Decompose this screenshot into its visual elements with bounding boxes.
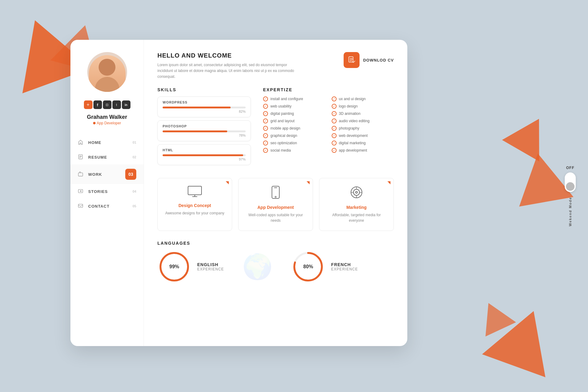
english-sub: EXPERIENCE (197, 267, 224, 271)
exp-label: digital painting (270, 111, 294, 116)
expertize-item: mobile app design (263, 126, 326, 131)
expertize-col2: ux and ui design logo design 3D animatio… (332, 96, 394, 155)
expertize-item: web development (332, 133, 394, 138)
exp-check-icon (263, 141, 268, 145)
skill-bar-fill (163, 107, 231, 108)
english-percent: 99% (169, 264, 179, 270)
toggle-switch[interactable] (565, 172, 576, 192)
cv-text: DOWNLOD CV (363, 58, 394, 62)
languages-row: 99% ENGLISH EXPERIENCE 🌍 8 (157, 250, 394, 284)
french-name: FRENCH (331, 262, 358, 267)
work-label: WORK (88, 172, 125, 177)
sidebar-item-home[interactable]: HOME 01 (70, 135, 144, 150)
sidebar-item-contact[interactable]: CONTACT 05 (70, 199, 144, 213)
expertize-item: ux and ui design (332, 96, 394, 101)
expertize-item: app development (332, 148, 394, 153)
exp-label: logo design (339, 104, 358, 108)
exp-label: graphical design (270, 134, 297, 138)
service-corner-2 (307, 181, 310, 184)
skill-bar-fill (163, 154, 243, 156)
expertize-item: audio video editing (332, 119, 394, 123)
skill-bar-bg (163, 154, 246, 156)
language-english: 99% ENGLISH EXPERIENCE (157, 250, 224, 284)
exp-check-icon (263, 126, 268, 131)
instagram-icon[interactable]: ⊡ (103, 100, 111, 109)
cv-icon (344, 52, 360, 68)
skill-bar-fill (163, 130, 227, 132)
welcome-text-block: HELLO AND WELCOME Lorem ipsum dolor sit … (157, 52, 295, 80)
skill-item: PHOTOSHOP 78% (157, 120, 251, 141)
skill-item: WORDPRESS 82% (157, 96, 251, 117)
sidebar-item-resume[interactable]: RESUME 02 (70, 150, 144, 164)
marketing-title: Marketing (326, 205, 387, 210)
exp-check-icon (332, 126, 337, 131)
sidebar-item-work[interactable]: WORK 03 (70, 164, 144, 184)
resume-icon (78, 154, 84, 160)
twitter-icon[interactable]: t (112, 100, 121, 109)
person-head (99, 59, 115, 76)
facebook-icon[interactable]: f (93, 100, 102, 109)
welcome-text: Lorem ipsum dolor sit amet, consectetur … (157, 62, 295, 80)
expertize-item: logo design (332, 104, 394, 109)
person-body (95, 77, 119, 92)
app-desc: Well-coded apps suitable for your needs (245, 212, 307, 223)
exp-label: web development (339, 134, 368, 138)
exp-label: photography (339, 126, 360, 130)
service-app: App Development Well-coded apps suitable… (238, 178, 313, 231)
download-cv-button[interactable]: DOWNLOD CV (344, 52, 394, 68)
app-title: App Development (245, 205, 307, 210)
work-icon (78, 171, 84, 177)
expertize-item: 3D animation (332, 111, 394, 116)
skill-percent: 78% (163, 134, 246, 137)
toggle-knob (566, 182, 575, 191)
weekend-mode-toggle[interactable]: OFF Wekend Mode (565, 166, 576, 226)
social-add-button[interactable]: + (84, 100, 92, 109)
exp-label: web usability (270, 104, 292, 108)
main-card: + f ⊡ t in Graham Walker App Developer H… (70, 40, 407, 346)
languages-section: LANGUAGES 99% ENGLISH EXPERIENCE (157, 241, 394, 284)
french-percent: 80% (303, 264, 313, 270)
service-marketing: Marketing Affordable, targeted media for… (319, 178, 394, 231)
avatar-wrapper (86, 52, 129, 95)
deco-triangle-3 (502, 108, 557, 161)
skills-list: WORDPRESS 82% PHOTOSHOP 78% HTML 97% (157, 96, 251, 165)
sidebar: + f ⊡ t in Graham Walker App Developer H… (70, 40, 144, 346)
skill-percent: 97% (163, 157, 246, 161)
sidebar-item-stories[interactable]: STORIES 04 (70, 184, 144, 199)
exp-check-icon (263, 133, 268, 138)
expertize-item: digital marketing (332, 141, 394, 145)
expertize-section: EXPERTIZE install and configure web usab… (263, 87, 394, 168)
exp-check-icon (263, 119, 268, 123)
linkedin-icon[interactable]: in (122, 100, 130, 109)
expertize-item: seo optimization (263, 141, 326, 145)
resume-label: RESUME (88, 155, 133, 160)
toggle-off-label: OFF (566, 166, 575, 170)
nav-menu: HOME 01 RESUME 02 (70, 135, 144, 213)
exp-check-icon (263, 96, 268, 101)
skill-bar-bg (163, 130, 246, 132)
work-badge: 03 (125, 169, 136, 180)
expertize-col1: install and configure web usability digi… (263, 96, 326, 155)
mobile-icon (245, 186, 307, 202)
english-info: ENGLISH EXPERIENCE (197, 262, 224, 271)
expertize-item: graphical design (263, 133, 326, 138)
expertize-item: web usability (263, 104, 326, 109)
svg-rect-4 (78, 173, 83, 176)
main-content: HELLO AND WELCOME Lorem ipsum dolor sit … (144, 40, 407, 346)
design-desc: Awesome designs for your company (164, 210, 226, 216)
home-number: 01 (133, 141, 136, 144)
language-french: 80% FRENCH EXPERIENCE (291, 250, 358, 284)
languages-title: LANGUAGES (157, 241, 394, 246)
skills-title: SKILLS (157, 87, 251, 92)
svg-point-11 (275, 196, 276, 198)
expertize-item: grid and layout (263, 119, 326, 123)
resume-number: 02 (133, 155, 136, 159)
toggle-mode-label: Wekend Mode (568, 197, 572, 226)
design-title: Design Concept (164, 203, 226, 208)
exp-label: social media (270, 148, 291, 153)
french-chart: 80% (291, 250, 325, 284)
home-label: HOME (88, 140, 133, 145)
skills-section: SKILLS WORDPRESS 82% PHOTOSHOP 78% HTML … (157, 87, 251, 168)
expertize-item: install and configure (263, 96, 326, 101)
exp-label: digital marketing (339, 141, 366, 145)
